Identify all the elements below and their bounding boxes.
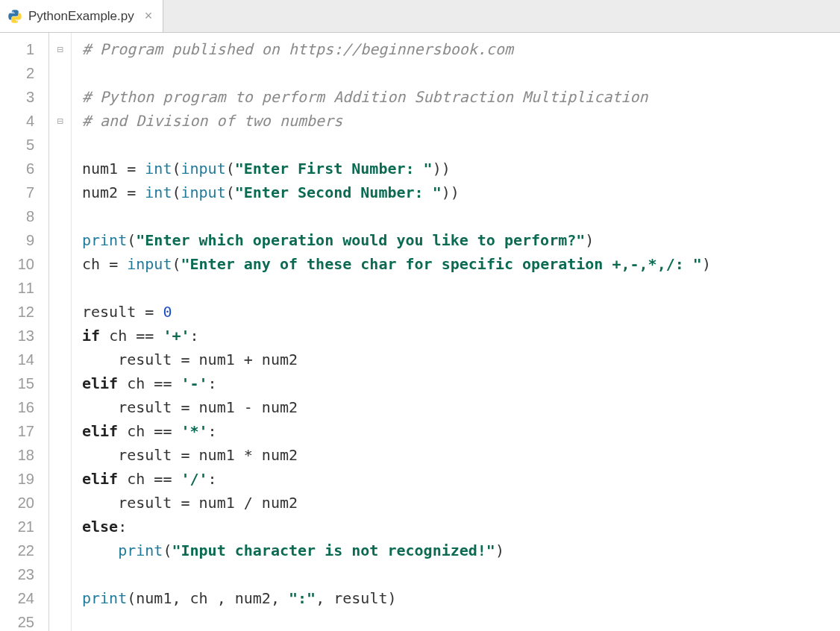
code-token: = (181, 446, 198, 464)
code-token: int (145, 160, 172, 178)
fold-marker-slot[interactable]: ⊟ (49, 109, 71, 133)
code-line[interactable]: result = num1 * num2 (82, 443, 840, 467)
line-number: 15 (0, 371, 45, 395)
line-number: 25 (0, 610, 45, 631)
code-line[interactable]: else: (82, 515, 840, 539)
code-token: = (181, 351, 198, 368)
code-line[interactable] (82, 133, 840, 157)
code-token: "Enter which operation would you like to… (136, 231, 585, 249)
tab-pythonexample[interactable]: PythonExample.py × (0, 0, 163, 32)
code-token: ch (127, 374, 154, 392)
code-token: = (181, 494, 198, 512)
code-token: ) (702, 255, 711, 273)
tab-bar: PythonExample.py × (0, 0, 840, 33)
code-token (82, 541, 118, 559)
code-token: ( (163, 541, 172, 559)
fold-marker-slot (49, 180, 71, 204)
code-line[interactable]: result = num1 - num2 (82, 395, 840, 419)
code-token: )) (433, 160, 451, 178)
code-line[interactable] (82, 204, 840, 228)
code-line[interactable]: print(num1, ch , num2, ":", result) (82, 586, 840, 610)
code-line[interactable]: num1 = int(input("Enter First Number: ")… (82, 157, 840, 180)
code-token: ch (109, 327, 136, 345)
code-token: input (127, 255, 172, 273)
line-number: 7 (0, 180, 45, 204)
code-token: print (82, 589, 127, 607)
code-line[interactable]: num2 = int(input("Enter Second Number: "… (82, 180, 840, 204)
line-number: 24 (0, 586, 45, 610)
fold-marker-slot (49, 395, 71, 419)
line-number: 17 (0, 419, 45, 443)
code-token: ) (495, 541, 504, 559)
python-file-icon (7, 9, 22, 24)
code-line[interactable]: result = num1 / num2 (82, 491, 840, 515)
tab-filename: PythonExample.py (28, 9, 134, 24)
fold-marker-slot (49, 371, 71, 395)
code-token: , (271, 589, 289, 607)
code-token: , (217, 589, 235, 607)
fold-marker-slot (49, 61, 71, 85)
fold-marker-slot (49, 515, 71, 539)
tab-close-icon[interactable]: × (140, 8, 153, 24)
code-token: - (244, 398, 262, 416)
line-number: 6 (0, 157, 45, 180)
code-token: ( (172, 255, 181, 273)
code-line[interactable]: result = 0 (82, 300, 840, 324)
code-token: = (109, 255, 127, 273)
code-token: num2 (262, 351, 298, 368)
code-line[interactable] (82, 61, 840, 85)
code-line[interactable]: elif ch == '*': (82, 419, 840, 443)
line-number: 5 (0, 133, 45, 157)
code-token: '/' (181, 470, 207, 488)
code-line[interactable]: if ch == '+': (82, 324, 840, 348)
code-token: ( (172, 160, 181, 178)
code-token: , (316, 589, 333, 607)
code-line[interactable]: # and Division of two numbers (82, 109, 840, 133)
code-line[interactable] (82, 562, 840, 586)
line-number: 22 (0, 539, 45, 562)
code-token: ( (127, 231, 136, 249)
code-token: elif (82, 374, 127, 392)
code-token: ch (127, 422, 154, 440)
code-token: 0 (163, 303, 172, 321)
code-token: num1 (136, 589, 172, 607)
code-token: result (333, 589, 387, 607)
code-token: ( (226, 183, 235, 201)
fold-marker-slot (49, 348, 71, 371)
code-line[interactable]: elif ch == '-': (82, 371, 840, 395)
line-number: 14 (0, 348, 45, 371)
code-token: if (82, 327, 109, 345)
code-line[interactable]: # Program published on https://beginners… (82, 37, 840, 61)
code-line[interactable]: # Python program to perform Addition Sub… (82, 85, 840, 109)
code-token: print (118, 541, 163, 559)
code-token: num1 (82, 160, 127, 178)
line-number: 1 (0, 37, 45, 61)
code-token: int (145, 183, 172, 201)
code-token: : (190, 327, 199, 345)
code-token: = (127, 183, 145, 201)
code-line[interactable]: elif ch == '/': (82, 467, 840, 491)
line-number: 11 (0, 276, 45, 300)
code-area[interactable]: # Program published on https://beginners… (72, 33, 840, 631)
fold-marker-slot[interactable]: ⊟ (49, 37, 71, 61)
fold-marker-slot (49, 300, 71, 324)
code-token: # Program published on https://beginners… (82, 40, 513, 58)
code-line[interactable]: ch = input("Enter any of these char for … (82, 252, 840, 276)
line-number: 2 (0, 61, 45, 85)
code-token: '*' (181, 422, 207, 440)
code-token: result (82, 398, 181, 416)
code-token: == (154, 374, 181, 392)
fold-marker-slot (49, 204, 71, 228)
code-token: num2 (262, 446, 298, 464)
code-token: num1 (199, 351, 244, 368)
fold-marker-slot (49, 562, 71, 586)
code-token: num2 (262, 494, 298, 512)
line-number: 12 (0, 300, 45, 324)
code-line[interactable]: print("Enter which operation would you l… (82, 228, 840, 252)
code-line[interactable] (82, 610, 840, 631)
code-token: = (127, 160, 145, 178)
code-line[interactable]: result = num1 + num2 (82, 348, 840, 371)
code-line[interactable]: print("Input character is not recognized… (82, 539, 840, 562)
code-line[interactable] (82, 276, 840, 300)
code-token: result (82, 446, 181, 464)
